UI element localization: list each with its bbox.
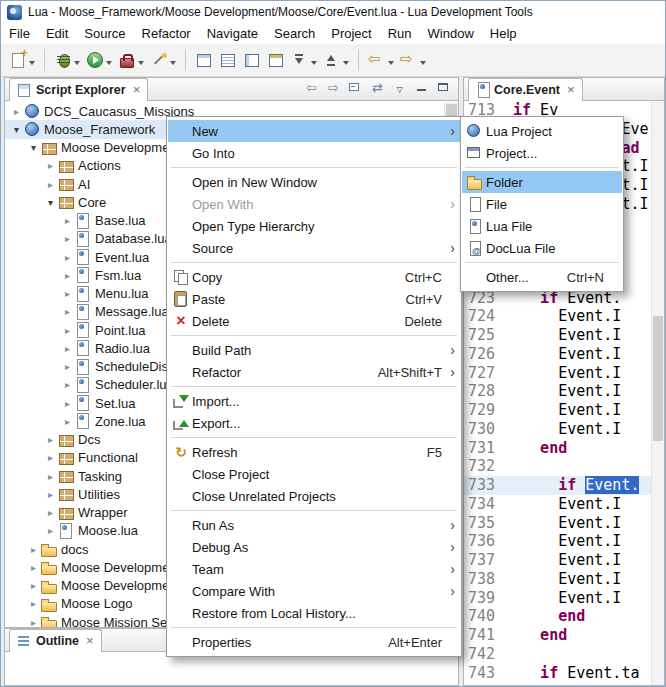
luafile-icon bbox=[75, 286, 91, 302]
submenu-item-other[interactable]: Other...Ctrl+N bbox=[462, 266, 622, 288]
fields-view-button[interactable] bbox=[241, 45, 263, 75]
context-menu-item-paste[interactable]: PasteCtrl+V bbox=[168, 288, 460, 310]
menubar-item-edit[interactable]: Edit bbox=[38, 24, 76, 43]
collapsed-arrow-icon[interactable]: ▸ bbox=[60, 270, 75, 281]
collapsed-arrow-icon[interactable]: ▸ bbox=[43, 179, 58, 190]
collapsed-arrow-icon[interactable]: ▸ bbox=[60, 306, 75, 317]
collapsed-arrow-icon[interactable]: ▸ bbox=[43, 160, 58, 171]
collapsed-arrow-icon[interactable]: ▸ bbox=[60, 325, 75, 336]
forward-history-button[interactable] bbox=[398, 45, 428, 75]
collapsed-arrow-icon[interactable]: ▸ bbox=[60, 379, 75, 390]
collapsed-arrow-icon[interactable]: ▸ bbox=[60, 416, 75, 427]
context-menu-item-refactor[interactable]: RefactorAlt+Shift+T› bbox=[168, 361, 460, 383]
context-menu-item-copy[interactable]: CopyCtrl+C bbox=[168, 266, 460, 288]
collapsed-arrow-icon[interactable]: ▸ bbox=[60, 252, 75, 263]
collapse-all-button[interactable] bbox=[348, 80, 363, 95]
context-menu-item-open-with[interactable]: Open With› bbox=[168, 193, 460, 215]
submenu-item-doclua-file[interactable]: DocLua File bbox=[462, 237, 622, 259]
close-icon[interactable] bbox=[86, 635, 94, 647]
expanded-arrow-icon[interactable]: ▾ bbox=[26, 142, 41, 153]
link-editor-button[interactable] bbox=[370, 80, 385, 95]
collapsed-arrow-icon[interactable]: ▸ bbox=[43, 489, 58, 500]
context-menu-item-team[interactable]: Team› bbox=[168, 558, 460, 580]
submenu-item-folder[interactable]: Folder bbox=[462, 171, 622, 193]
expanded-arrow-icon[interactable]: ▾ bbox=[9, 124, 24, 135]
maximize-button[interactable] bbox=[436, 80, 451, 95]
context-menu-item-export[interactable]: Export... bbox=[168, 412, 460, 434]
collapsed-arrow-icon[interactable]: ▸ bbox=[43, 452, 58, 463]
open-element-button[interactable] bbox=[148, 45, 178, 75]
run-button[interactable] bbox=[84, 45, 114, 75]
context-menu-item-refresh[interactable]: ↻RefreshF5 bbox=[168, 441, 460, 463]
context-menu-item-restore-from-local-history[interactable]: Restore from Local History... bbox=[168, 602, 460, 624]
titlebar[interactable]: Lua - Moose_Framework/Moose Development/… bbox=[1, 1, 665, 23]
tab-outline[interactable]: Outline bbox=[9, 629, 102, 652]
collapsed-arrow-icon[interactable]: ▸ bbox=[9, 106, 24, 117]
previous-annotation-button[interactable] bbox=[321, 45, 351, 75]
back-button[interactable] bbox=[304, 80, 319, 95]
submenu-item-file[interactable]: File bbox=[462, 193, 622, 215]
scrollbar-thumb[interactable] bbox=[653, 316, 663, 441]
tab-script-explorer[interactable]: Script Explorer bbox=[9, 78, 148, 101]
context-menu-item-import[interactable]: Import... bbox=[168, 390, 460, 412]
submenu-item-lua-project[interactable]: Lua Project bbox=[462, 120, 622, 142]
context-menu-item-properties[interactable]: PropertiesAlt+Enter bbox=[168, 631, 460, 653]
expanded-arrow-icon[interactable]: ▾ bbox=[43, 197, 58, 208]
debug-button[interactable] bbox=[52, 45, 82, 75]
submenu-item-project[interactable]: Project... bbox=[462, 142, 622, 164]
context-menu-item-open-type-hierarchy[interactable]: Open Type Hierarchy bbox=[168, 215, 460, 237]
menubar-item-window[interactable]: Window bbox=[420, 24, 482, 43]
back-history-button[interactable] bbox=[366, 45, 396, 75]
collapsed-arrow-icon[interactable]: ▸ bbox=[26, 544, 41, 555]
menubar-item-source[interactable]: Source bbox=[76, 24, 133, 43]
collapsed-arrow-icon[interactable]: ▸ bbox=[60, 233, 75, 244]
collapsed-arrow-icon[interactable]: ▸ bbox=[60, 288, 75, 299]
tab-core-event[interactable]: Core.Event bbox=[468, 78, 583, 101]
collapsed-arrow-icon[interactable]: ▸ bbox=[60, 361, 75, 372]
context-menu-item-debug-as[interactable]: Debug As› bbox=[168, 536, 460, 558]
context-menu-item-close-unrelated-projects[interactable]: Close Unrelated Projects bbox=[168, 485, 460, 507]
external-tools-button[interactable] bbox=[116, 45, 146, 75]
collapsed-arrow-icon[interactable]: ▸ bbox=[26, 617, 41, 628]
menubar-item-run[interactable]: Run bbox=[380, 24, 420, 43]
collapsed-arrow-icon[interactable]: ▸ bbox=[43, 434, 58, 445]
collapsed-arrow-icon[interactable]: ▸ bbox=[26, 598, 41, 609]
menubar-item-refactor[interactable]: Refactor bbox=[134, 24, 199, 43]
menubar-item-navigate[interactable]: Navigate bbox=[199, 24, 266, 43]
table-view-button[interactable] bbox=[193, 45, 215, 75]
context-menu-item-run-as[interactable]: Run As› bbox=[168, 514, 460, 536]
menubar-item-search[interactable]: Search bbox=[266, 24, 323, 43]
context-menu-item-delete[interactable]: ×DeleteDelete bbox=[168, 310, 460, 332]
close-icon[interactable] bbox=[133, 84, 141, 96]
forward-button[interactable] bbox=[326, 80, 341, 95]
menubar-item-file[interactable]: File bbox=[1, 24, 38, 43]
menubar-item-help[interactable]: Help bbox=[482, 24, 525, 43]
collapsed-arrow-icon[interactable]: ▸ bbox=[60, 398, 75, 409]
collapsed-arrow-icon[interactable]: ▸ bbox=[26, 580, 41, 591]
submenu-item-lua-file[interactable]: Lua File bbox=[462, 215, 622, 237]
new-wizard-button[interactable] bbox=[7, 45, 37, 75]
context-menu-item-build-path[interactable]: Build Path› bbox=[168, 339, 460, 361]
collapsed-arrow-icon[interactable]: ▸ bbox=[43, 471, 58, 482]
view-menu-button[interactable] bbox=[392, 80, 407, 95]
editor-scrollbar[interactable] bbox=[651, 101, 664, 685]
context-menu-item-open-in-new-window[interactable]: Open in New Window bbox=[168, 171, 460, 193]
menu-shortcut: Ctrl+C bbox=[405, 270, 442, 285]
context-menu-item-source[interactable]: Source› bbox=[168, 237, 460, 259]
menubar-item-project[interactable]: Project bbox=[323, 24, 379, 43]
mark-occurrences-button[interactable] bbox=[265, 45, 287, 75]
collapsed-arrow-icon[interactable]: ▸ bbox=[43, 525, 58, 536]
context-menu-item-compare-with[interactable]: Compare With› bbox=[168, 580, 460, 602]
collapsed-arrow-icon[interactable]: ▸ bbox=[60, 215, 75, 226]
next-annotation-button[interactable] bbox=[289, 45, 319, 75]
grammar-view-button[interactable] bbox=[217, 45, 239, 75]
collapsed-arrow-icon[interactable]: ▸ bbox=[43, 507, 58, 518]
context-menu-item-close-project[interactable]: Close Project bbox=[168, 463, 460, 485]
context-menu-item-go-into[interactable]: Go Into bbox=[168, 142, 460, 164]
collapsed-arrow-icon[interactable]: ▸ bbox=[60, 343, 75, 354]
minimize-button[interactable] bbox=[414, 80, 429, 95]
context-menu-item-new[interactable]: New› bbox=[168, 120, 460, 142]
collapsed-arrow-icon[interactable]: ▸ bbox=[26, 562, 41, 573]
close-icon[interactable] bbox=[567, 84, 575, 96]
app-icon[interactable] bbox=[7, 5, 22, 20]
